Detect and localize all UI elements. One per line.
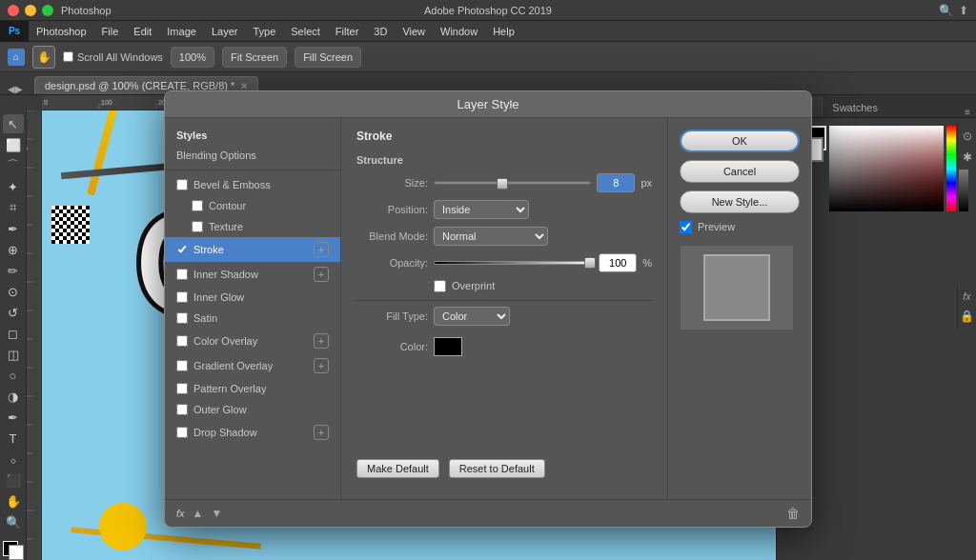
styles-header: Styles (165, 126, 340, 145)
color-overlay-item[interactable]: Color Overlay + (165, 329, 340, 353)
size-label: Size: (356, 177, 428, 189)
dialog-bottom-bar: fx ▲ ▼ 🗑 (165, 499, 811, 527)
hand-tool-icon[interactable]: ✋ (32, 46, 55, 69)
tab-close-icon[interactable]: ✕ (240, 81, 248, 91)
contour-item[interactable]: Contour (165, 195, 340, 216)
opacity-input[interactable] (599, 253, 637, 272)
fill-type-row: Fill Type: Color Gradient Pattern (356, 307, 652, 326)
preview-row: Preview (680, 221, 800, 233)
bevel-emboss-item[interactable]: Bevel & Emboss (165, 174, 340, 195)
menu-file[interactable]: File (94, 21, 127, 42)
menu-layer[interactable]: Layer (204, 21, 246, 42)
zoom-display[interactable]: 100% (171, 47, 214, 68)
menu-edit[interactable]: Edit (126, 21, 159, 42)
menu-view[interactable]: View (395, 21, 433, 42)
color-label: Color: (356, 341, 428, 352)
pattern-overlay-checkbox[interactable] (176, 383, 188, 394)
preview-box (680, 245, 794, 330)
preview-inner (703, 254, 770, 321)
menu-items: Photoshop File Edit Image Layer Type Sel… (29, 21, 522, 42)
app-name: Photoshop (61, 5, 112, 16)
menu-select[interactable]: Select (283, 21, 328, 42)
menu-window[interactable]: Window (433, 21, 485, 42)
color-swatch[interactable] (434, 337, 462, 356)
title-bar: Photoshop Adobe Photoshop CC 2019 🔍 ⬆ (0, 0, 976, 21)
position-select[interactable]: Inside Outside Center (434, 200, 529, 219)
preview-checkbox[interactable] (680, 221, 692, 233)
cancel-button[interactable]: Cancel (680, 160, 800, 183)
scroll-all-checkbox[interactable]: Scroll All Windows (63, 51, 163, 63)
close-button[interactable] (8, 5, 19, 16)
fx-label: fx (176, 508, 185, 519)
overprint-checkbox[interactable] (434, 280, 446, 292)
dialog-actions-panel: OK Cancel New Style... Preview (668, 118, 811, 499)
gradient-overlay-item[interactable]: Gradient Overlay + (165, 353, 340, 378)
move-down-icon[interactable]: ▼ (211, 507, 222, 520)
reset-to-default-button[interactable]: Reset to Default (449, 459, 545, 478)
inner-glow-checkbox[interactable] (176, 291, 188, 303)
color-row: Color: (356, 337, 652, 356)
dialog-overlay: Layer Style Styles Blending Options Beve… (0, 95, 976, 560)
menu-image[interactable]: Image (159, 21, 204, 42)
inner-shadow-item[interactable]: Inner Shadow + (165, 262, 340, 287)
size-slider[interactable] (434, 181, 591, 185)
make-default-button[interactable]: Make Default (356, 459, 439, 478)
color-overlay-checkbox[interactable] (176, 335, 188, 347)
satin-item[interactable]: Satin (165, 308, 340, 329)
menu-photoshop[interactable]: Photoshop (29, 21, 94, 42)
fit-screen-button[interactable]: Fit Screen (222, 47, 287, 68)
drop-shadow-plus-icon[interactable]: + (314, 425, 329, 440)
fill-screen-button[interactable]: Fill Screen (295, 47, 361, 68)
ps-logo: Ps (0, 21, 29, 42)
stroke-checkbox[interactable] (176, 244, 188, 255)
menu-filter[interactable]: Filter (328, 21, 366, 42)
home-icon[interactable]: ⌂ (8, 49, 25, 66)
inner-glow-item[interactable]: Inner Glow (165, 287, 340, 308)
menu-3d[interactable]: 3D (366, 21, 395, 42)
overprint-label: Overprint (452, 280, 495, 291)
opacity-label: Opacity: (356, 257, 428, 269)
main-area: 0 100 200 300 400 500 600 700 800 ↖ ⬜ ⌒ … (0, 95, 976, 560)
contour-checkbox[interactable] (192, 200, 203, 211)
traffic-lights (8, 5, 53, 16)
search-icon[interactable]: 🔍 (939, 4, 953, 17)
opacity-unit: % (642, 257, 652, 269)
inner-shadow-checkbox[interactable] (176, 269, 188, 280)
stroke-item[interactable]: Stroke + (165, 237, 340, 262)
delete-style-icon[interactable]: 🗑 (786, 506, 800, 521)
position-label: Position: (356, 204, 428, 215)
menu-type[interactable]: Type (245, 21, 283, 42)
texture-item[interactable]: Texture (165, 216, 340, 237)
satin-checkbox[interactable] (176, 312, 188, 324)
share-icon[interactable]: ⬆ (959, 4, 968, 17)
dialog-title-bar: Layer Style (165, 91, 811, 118)
texture-checkbox[interactable] (192, 221, 203, 232)
drop-shadow-checkbox[interactable] (176, 427, 188, 438)
position-row: Position: Inside Outside Center (356, 200, 652, 219)
outer-glow-checkbox[interactable] (176, 404, 188, 415)
stroke-plus-icon[interactable]: + (314, 242, 329, 257)
menu-bar: Ps Photoshop File Edit Image Layer Type … (0, 21, 976, 42)
pattern-overlay-item[interactable]: Pattern Overlay (165, 378, 340, 399)
color-overlay-plus-icon[interactable]: + (314, 333, 329, 349)
gradient-overlay-checkbox[interactable] (176, 360, 188, 371)
gradient-overlay-plus-icon[interactable]: + (314, 358, 329, 373)
blend-mode-select[interactable]: Normal Multiply Screen (434, 227, 548, 246)
move-up-icon[interactable]: ▲ (193, 507, 204, 520)
window-title: Adobe Photoshop CC 2019 (424, 5, 552, 16)
fill-type-select[interactable]: Color Gradient Pattern (434, 307, 510, 326)
ok-button[interactable]: OK (680, 130, 800, 152)
outer-glow-item[interactable]: Outer Glow (165, 399, 340, 420)
menu-help[interactable]: Help (485, 21, 522, 42)
stroke-section-title: Stroke (356, 130, 652, 143)
inner-shadow-plus-icon[interactable]: + (314, 267, 329, 282)
size-input[interactable] (597, 173, 635, 192)
minimize-button[interactable] (25, 5, 36, 16)
bevel-emboss-checkbox[interactable] (176, 179, 188, 190)
new-style-button[interactable]: New Style... (680, 190, 800, 213)
drop-shadow-item[interactable]: Drop Shadow + (165, 420, 340, 445)
blending-options-item[interactable]: Blending Options (165, 145, 340, 166)
opacity-slider[interactable] (434, 261, 593, 265)
dialog-bottom-buttons: Make Default Reset to Default (356, 459, 652, 478)
maximize-button[interactable] (42, 5, 53, 16)
